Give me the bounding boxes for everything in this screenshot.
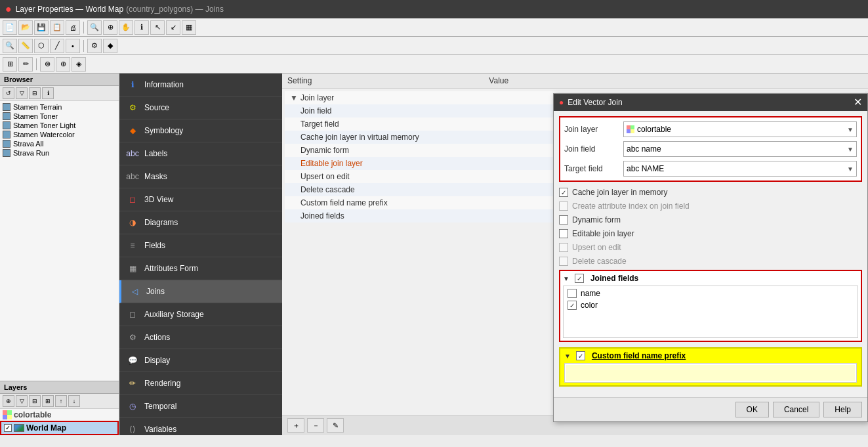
edit-btn[interactable]: ✏ [18,57,33,72]
plugin-btn1[interactable]: ⚙ [87,39,102,53]
joined-fields-collapse[interactable]: ▼ [563,275,569,282]
nav-icon-3dview: ◻ [126,193,139,206]
saveas-btn[interactable]: 📋 [50,20,64,35]
join-layer-select[interactable]: colortable ▼ [623,121,857,137]
nav-item-variables[interactable]: ⟨⟩ Variables [119,418,282,435]
identify-btn[interactable]: ℹ [134,20,149,35]
help-btn[interactable]: Help [823,402,862,417]
nav-icon-labels: abc [126,147,139,160]
layers-filter2-btn[interactable]: ⊟ [29,395,41,407]
pan-btn[interactable]: ✋ [119,20,133,35]
layer-world-map[interactable]: World Map [0,421,119,435]
nav-label-diagrams: Diagrams [144,218,178,227]
joined-fields-master-cb[interactable] [575,274,584,283]
browser-item[interactable]: Strava Run [0,148,119,158]
browser-item[interactable]: Stamen Watercolor [0,130,119,139]
nav-item-fields[interactable]: ≡ Fields [119,234,282,257]
point-btn[interactable]: • [66,39,80,53]
nav-item-auxiliarystorage[interactable]: ◻ Auxiliary Storage [119,303,282,326]
browser-item[interactable]: Strava All [0,139,119,148]
browser-item[interactable]: Stamen Toner [0,112,119,121]
col-value: Value [489,76,508,85]
nav-label-3dview: 3D View [144,195,173,204]
layers-filter-btn[interactable]: ▽ [16,395,28,407]
field-cb-name[interactable] [568,289,577,298]
layers-move-down-btn[interactable]: ↓ [68,395,80,407]
cb-deleteCascade: Delete cascade [559,256,862,266]
adv-digitize-btn[interactable]: ◈ [72,57,86,72]
field-cb-color[interactable] [568,301,577,310]
layer-colortable[interactable]: colortable [0,409,119,421]
line-btn[interactable]: ╱ [50,39,64,53]
nav-item-information[interactable]: ℹ Information [119,74,282,96]
cancel-btn[interactable]: Cancel [773,402,819,417]
join-field-select[interactable]: abc name ▼ [623,141,857,157]
add-join-btn[interactable]: ＋ [287,418,304,433]
nav-item-masks[interactable]: abc Masks [119,165,282,188]
cb-dynamicForm[interactable]: Dynamic form [559,215,862,225]
layers-add-btn[interactable]: ⊕ [3,395,14,407]
custom-prefix-cb[interactable] [576,351,585,360]
cb-box-dynamicForm[interactable] [559,215,568,224]
nav-item-diagrams[interactable]: ◑ Diagrams [119,211,282,234]
cb-label-upsertOnEdit: Upsert on edit [572,243,621,252]
layers-expand-btn[interactable]: ⊞ [42,395,54,407]
browser-item[interactable]: Stamen Terrain [0,102,119,112]
browser-collapse-btn[interactable]: ⊟ [29,87,41,99]
field-item-name[interactable]: name [565,287,856,299]
join-field-label: Join field [564,144,623,154]
dialog-close-btn[interactable]: ✕ [854,97,862,108]
custom-prefix-collapse[interactable]: ▼ [564,352,571,360]
browser-filter-btn[interactable]: ▽ [16,87,28,99]
cb-label-createAttrIndex: Create attribute index on join field [572,202,690,211]
cb-box-cacheInMemory[interactable] [559,188,568,197]
plugin-btn2[interactable]: ◆ [103,39,117,53]
identify2-btn[interactable]: 🔍 [3,39,17,53]
cb-cacheInMemory[interactable]: Cache join layer in memory [559,187,862,198]
edit-join-btn[interactable]: ✎ [327,418,344,433]
browser-refresh-btn[interactable]: ↺ [3,87,14,99]
zoom-btn[interactable]: 🔍 [87,20,102,35]
custom-prefix-input[interactable] [566,365,855,381]
cb-box-editableJoin[interactable] [559,229,568,238]
nav-item-display[interactable]: 💬 Display [119,349,282,372]
cb-editableJoin[interactable]: Editable join layer [559,228,862,239]
nav-item-attributesform[interactable]: ▦ Attributes Form [119,257,282,280]
new-btn[interactable]: 📄 [3,20,17,35]
ok-btn[interactable]: OK [735,402,769,417]
remove-join-btn[interactable]: － [307,418,324,433]
layer-worldmap-checkbox[interactable] [4,424,12,432]
nav-item-symbology[interactable]: ◆ Symbology [119,119,282,142]
field-label-color: color [581,301,598,310]
magnet-btn[interactable]: ⊗ [40,57,54,72]
print-btn[interactable]: 🖨 [66,20,80,35]
field-item-color[interactable]: color [565,299,856,311]
snap-btn[interactable]: ⊞ [3,57,17,72]
nav-item-temporal[interactable]: ◷ Temporal [119,395,282,418]
attribute-table-btn[interactable]: ▦ [182,20,196,35]
deselect-btn[interactable]: ↙ [166,20,180,35]
nav-item-3dview[interactable]: ◻ 3D View [119,188,282,211]
save-btn[interactable]: 💾 [34,20,49,35]
nav-item-actions[interactable]: ⚙ Actions [119,326,282,349]
cb-box-createAttrIndex [559,202,568,211]
layers-move-up-btn[interactable]: ↑ [55,395,67,407]
digitize-btn[interactable]: ⊕ [56,57,70,72]
nav-label-auxiliarystorage: Auxiliary Storage [144,310,204,319]
select-btn[interactable]: ↖ [150,20,165,35]
nav-item-joins[interactable]: ◁ Joins [119,280,282,303]
polygon-btn[interactable]: ⬡ [34,39,49,53]
browser-info-btn[interactable]: ℹ [42,87,54,99]
nav-item-rendering[interactable]: ✏ Rendering [119,372,282,395]
nav-icon-information: ℹ [126,78,139,91]
measure-btn[interactable]: 📏 [18,39,33,53]
browser-item[interactable]: Stamen Toner Light [0,121,119,130]
target-field-select[interactable]: abc NAME ▼ [623,161,857,177]
zoom-extent-btn[interactable]: ⊕ [103,20,117,35]
nav-label-attributesform: Attributes Form [144,264,198,273]
nav-label-source: Source [144,103,169,112]
nav-item-labels[interactable]: abc Labels [119,142,282,165]
open-btn[interactable]: 📂 [18,20,33,35]
nav-item-source[interactable]: ⚙ Source [119,96,282,119]
dialog-qgis-icon: ● [559,98,564,107]
